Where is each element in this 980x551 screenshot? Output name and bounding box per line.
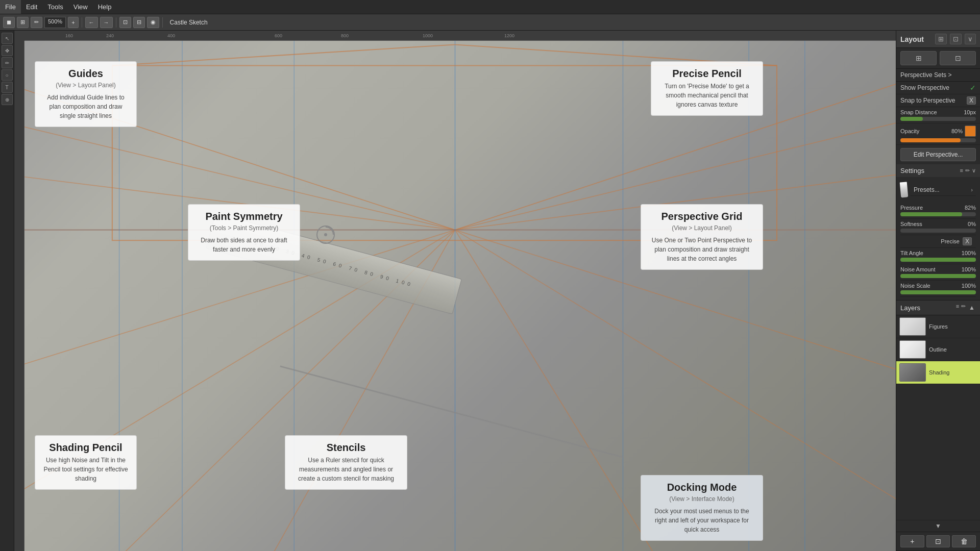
tool-move[interactable]: ✥ xyxy=(2,45,13,56)
layers-edit-icon[interactable]: ✏ xyxy=(961,303,966,312)
edit-perspective-button[interactable]: Edit Perspective... xyxy=(900,148,976,161)
tool-draw[interactable]: ✏ xyxy=(2,57,13,68)
toolbar: ◼ ⊞ ✏ 500% + ← → ⊡ ⊟ ◉ Castle Sketch xyxy=(0,14,980,31)
paint-symmetry-desc: Draw both sides at once to draft faster … xyxy=(197,236,291,254)
ruler-corner xyxy=(14,31,24,41)
guides-info-box: Guides (View > Layout Panel) Add individ… xyxy=(35,61,137,127)
menu-file[interactable]: File xyxy=(0,0,21,14)
main-area: ↖ ✥ ✏ ○ T ⊕ xyxy=(0,31,980,551)
show-perspective-check[interactable]: ✓ xyxy=(970,84,976,92)
layer-item-outline[interactable]: Outline xyxy=(896,338,980,361)
layout-header: Layout ⊞ ⊡ ∨ xyxy=(896,31,980,48)
layout-icon-expand[interactable]: ⊡ xyxy=(950,34,962,44)
tool-text[interactable]: T xyxy=(2,82,13,93)
settings-list-icon[interactable]: ≡ xyxy=(960,167,963,174)
layout-chevron-btn[interactable]: ∨ xyxy=(965,34,976,44)
guides-desc: Add individual Guide lines to plan compo… xyxy=(43,93,128,120)
menu-help[interactable]: Help xyxy=(93,0,117,14)
tilt-angle-slider[interactable] xyxy=(900,258,976,262)
pressure-slider[interactable] xyxy=(900,212,976,216)
paint-symmetry-info-box: Paint Symmetry (Tools > Paint Symmetry) … xyxy=(188,204,300,261)
layout-mode-grid[interactable]: ⊞ xyxy=(900,51,937,65)
canvas-background xyxy=(14,31,896,551)
pressure-label: Pressure xyxy=(900,205,923,211)
layer-thumb-figures xyxy=(899,317,926,336)
perspective-sets-link[interactable]: Perspective Sets > xyxy=(896,69,980,82)
precise-toggle[interactable]: X xyxy=(963,237,972,245)
snap-distance-slider[interactable] xyxy=(900,117,976,121)
toolbar-center-btn[interactable]: + xyxy=(68,17,78,28)
settings-edit-icon[interactable]: ✏ xyxy=(965,167,970,174)
shading-pencil-title: Shading Pencil xyxy=(43,442,128,454)
layers-scroll-down-btn[interactable]: ▼ xyxy=(934,521,942,531)
layout-icon-grid[interactable]: ⊞ xyxy=(935,34,947,44)
ruler-mark-400: 400 xyxy=(167,33,175,38)
toolbar-crop-btn[interactable]: ⊡ xyxy=(119,17,131,28)
noise-scale-slider[interactable] xyxy=(900,290,976,294)
snap-to-perspective-label: Snap to Perspective xyxy=(900,97,955,104)
presets-chevron: › xyxy=(971,187,973,193)
opacity-row: Opacity 80% xyxy=(896,123,980,145)
softness-value: 0% xyxy=(968,221,976,227)
symmetry-rotate-icon[interactable] xyxy=(315,224,336,245)
noise-amount-row: Noise Amount 100% xyxy=(900,264,976,281)
docking-mode-desc: Dock your most used menus to the right a… xyxy=(649,507,754,534)
toolbar-redo-btn[interactable]: → xyxy=(100,17,113,28)
settings-title: Settings xyxy=(900,167,924,174)
layout-mode-expand[interactable]: ⊡ xyxy=(940,51,976,65)
toolbar-undo-btn[interactable]: ← xyxy=(85,17,98,28)
guides-title: Guides xyxy=(43,68,128,80)
toolbar-pencil-btn[interactable]: ✏ xyxy=(31,17,42,28)
tilt-angle-label: Tilt Angle xyxy=(900,250,923,256)
layers-title: Layers xyxy=(900,304,920,312)
layer-item-shading[interactable]: Shading xyxy=(896,361,980,384)
pressure-row: Pressure 82% xyxy=(900,203,976,219)
snap-to-perspective-row[interactable]: Snap to Perspective X xyxy=(896,94,980,107)
tool-fill[interactable]: ⊕ xyxy=(2,94,13,105)
paint-symmetry-title: Paint Symmetry xyxy=(197,211,291,222)
layer-add-button[interactable]: + xyxy=(900,535,924,547)
layer-folder-button[interactable]: ⊡ xyxy=(926,535,950,547)
tool-shape[interactable]: ○ xyxy=(2,69,13,81)
opacity-color-swatch[interactable] xyxy=(965,126,976,137)
layout-mode-row: ⊞ ⊡ xyxy=(896,48,980,69)
layer-delete-button[interactable]: 🗑 xyxy=(952,535,976,547)
noise-amount-slider[interactable] xyxy=(900,274,976,278)
layers-list-icon[interactable]: ≡ xyxy=(956,303,959,312)
svg-point-28 xyxy=(324,233,327,236)
layout-title: Layout xyxy=(900,35,924,43)
opacity-slider[interactable] xyxy=(900,138,976,142)
layers-controls: + ⊡ 🗑 xyxy=(896,532,980,550)
docking-mode-subtitle: (View > Interface Mode) xyxy=(649,495,754,503)
snap-to-perspective-check[interactable]: X xyxy=(967,96,976,105)
presets-row[interactable]: Presets... › xyxy=(911,184,976,196)
settings-chevron-icon[interactable]: ∨ xyxy=(972,167,976,174)
ruler-mark-1200: 1200 xyxy=(504,33,514,38)
precise-pencil-info-box: Precise Pencil Turn on 'Precise Mode' to… xyxy=(651,61,763,116)
layer-item-figures[interactable]: Figures xyxy=(896,315,980,338)
layers-scroll-up-btn[interactable]: ▲ xyxy=(968,303,976,312)
toolbar-share-btn[interactable]: ◉ xyxy=(147,17,159,28)
softness-row: Softness 0% xyxy=(900,219,976,235)
noise-amount-label: Noise Amount xyxy=(900,266,935,272)
toolbar-fill-btn[interactable]: ◼ xyxy=(3,17,15,28)
pressure-value: 82% xyxy=(965,205,976,211)
layers-section: Layers ≡ ✏ ▲ Figures xyxy=(896,300,980,551)
tool-select[interactable]: ↖ xyxy=(2,33,13,44)
toolbar-export-btn[interactable]: ⊟ xyxy=(133,17,145,28)
toolbar-grid-btn[interactable]: ⊞ xyxy=(17,17,29,28)
toolbar-zoom-level: 500% xyxy=(44,17,66,28)
menu-view[interactable]: View xyxy=(68,0,93,14)
show-perspective-row[interactable]: Show Perspective ✓ xyxy=(896,82,980,94)
precise-label: Precise xyxy=(941,238,960,244)
canvas-area[interactable]: 10 20 30 40 50 60 70 80 90 100 Guides (V… xyxy=(14,31,896,551)
perspective-grid-title: Perspective Grid xyxy=(649,211,754,222)
perspective-grid-desc: Use One or Two Point Perspective to plan… xyxy=(649,236,754,263)
perspective-grid-subtitle: (View > Layout Panel) xyxy=(649,224,754,232)
softness-slider[interactable] xyxy=(900,229,976,233)
menu-tools[interactable]: Tools xyxy=(42,0,68,14)
menu-edit[interactable]: Edit xyxy=(21,0,42,14)
precise-row[interactable]: Precise X xyxy=(900,235,976,248)
perspective-grid-info-box: Perspective Grid (View > Layout Panel) U… xyxy=(641,204,763,270)
right-panel: Layout ⊞ ⊡ ∨ ⊞ ⊡ Perspective Sets > Show… xyxy=(896,31,980,551)
